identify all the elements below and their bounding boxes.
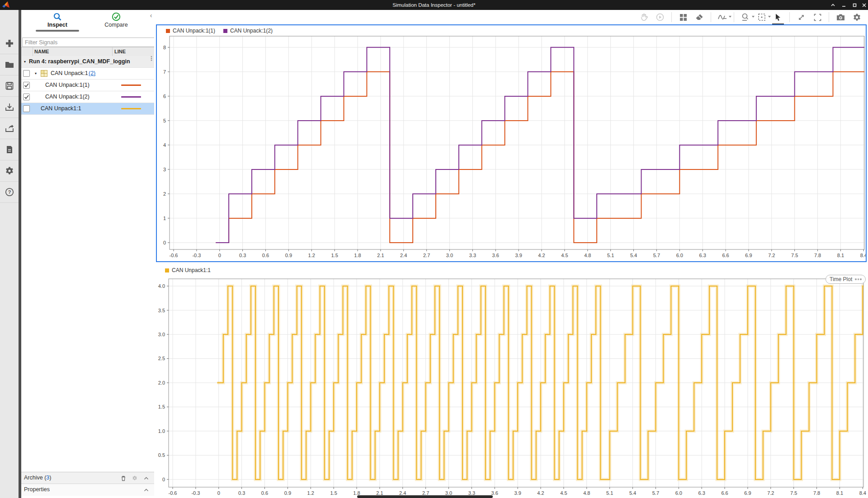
import-icon	[5, 103, 14, 111]
signal-name: CAN Unpack:1(1)	[45, 82, 90, 88]
svg-text:1.5: 1.5	[158, 404, 165, 409]
layout-tool-button[interactable]	[678, 12, 688, 22]
run-row[interactable]: ▾ Run 4: raspberrypi_CAN_MDF_loggin ⋮	[21, 56, 154, 68]
time-plot-bottom[interactable]: -0.6-0.300.30.60.91.21.51.82.12.42.73.03…	[156, 265, 867, 498]
legend-item[interactable]: CAN Unpack1:1	[165, 267, 211, 273]
visualization-settings-button[interactable]	[852, 12, 862, 22]
svg-text:0: 0	[217, 490, 220, 496]
svg-text:3.9: 3.9	[514, 490, 521, 496]
zoom-tool-button[interactable]	[741, 12, 750, 22]
tab-inspect[interactable]: Inspect	[30, 11, 85, 31]
legend-item[interactable]: CAN Unpack:1(1)	[166, 28, 215, 34]
fit-brackets-icon	[814, 14, 821, 21]
gear-icon	[132, 475, 137, 481]
tab-compare[interactable]: Compare	[89, 11, 143, 31]
svg-text:4.0: 4.0	[158, 283, 165, 289]
svg-text:3.9: 3.9	[515, 253, 522, 258]
legend-top: CAN Unpack:1(1) CAN Unpack:1(2)	[166, 28, 273, 34]
signal-checkbox[interactable]	[23, 94, 30, 100]
help-button[interactable]: ?	[0, 181, 19, 203]
chart-toolbar	[154, 10, 868, 24]
signal-row-bus[interactable]: ▾ CAN Unpack:1 (2)	[21, 68, 154, 80]
svg-text:4.8: 4.8	[584, 253, 591, 258]
archive-collapse-button[interactable]	[142, 475, 150, 481]
svg-text:1.8: 1.8	[354, 253, 361, 258]
properties-section-header[interactable]: Properties	[21, 484, 154, 496]
svg-text:5.1: 5.1	[606, 490, 613, 496]
zoom-icon	[741, 13, 750, 21]
grid-layout-icon	[679, 14, 687, 21]
run-menu-button[interactable]: ⋮	[148, 57, 155, 60]
import-button[interactable]	[0, 96, 19, 118]
bus-expander-icon[interactable]: ▾	[35, 71, 37, 75]
archive-section-header[interactable]: Archive (3)	[21, 472, 154, 484]
horizontal-scrollbar[interactable]	[357, 495, 493, 498]
archive-delete-button[interactable]	[120, 475, 127, 481]
bus-signal-icon	[41, 70, 47, 77]
svg-text:0: 0	[218, 253, 221, 258]
svg-text:7.2: 7.2	[767, 490, 774, 496]
tab-compare-label: Compare	[89, 22, 143, 28]
shade-window-button[interactable]	[827, 0, 838, 10]
svg-text:0: 0	[163, 240, 166, 245]
marquee-zoom-tool-button[interactable]	[757, 12, 767, 22]
bus-signal-name: CAN Unpack:1	[51, 70, 88, 76]
report-button[interactable]	[0, 139, 19, 160]
archive-settings-button[interactable]	[131, 475, 138, 481]
clear-plots-button[interactable]	[694, 12, 704, 22]
fit-to-view-button[interactable]	[812, 12, 822, 22]
svg-text:8.4: 8.4	[860, 253, 866, 258]
replay-tool-button[interactable]	[655, 12, 665, 22]
svg-text:4.5: 4.5	[560, 490, 567, 496]
check-icon	[24, 94, 29, 100]
svg-text:3.6: 3.6	[491, 490, 498, 496]
signal-trace-tool-button[interactable]	[717, 12, 727, 22]
svg-text:3.0: 3.0	[158, 332, 165, 337]
save-button[interactable]	[0, 75, 19, 97]
properties-label: Properties	[24, 486, 50, 493]
bus-checkbox[interactable]	[23, 70, 30, 77]
snapshot-button[interactable]	[835, 12, 845, 22]
plot-type-badge[interactable]: Time Plot	[826, 275, 866, 284]
svg-text:2.0: 2.0	[158, 380, 165, 385]
open-button[interactable]	[0, 54, 19, 75]
dropdown-caret-icon[interactable]	[752, 16, 755, 18]
svg-text:7.2: 7.2	[768, 253, 775, 258]
legend-item[interactable]: CAN Unpack:1(2)	[223, 28, 273, 34]
svg-text:6.3: 6.3	[698, 490, 705, 496]
plot-canvas-bottom[interactable]: -0.6-0.300.30.60.91.21.51.82.12.42.73.03…	[156, 265, 867, 498]
plot-canvas-top[interactable]: -0.6-0.300.30.60.91.21.51.82.12.42.73.03…	[157, 25, 866, 261]
archive-label: Archive (3)	[24, 475, 51, 481]
svg-text:6.6: 6.6	[722, 253, 729, 258]
cursor-tool-button[interactable]	[773, 12, 783, 22]
svg-text:8: 8	[163, 45, 166, 50]
svg-text:5.7: 5.7	[652, 490, 659, 496]
preferences-button[interactable]	[0, 160, 19, 182]
export-button[interactable]	[0, 117, 19, 139]
properties-collapse-button[interactable]	[142, 487, 150, 493]
pan-tool-button[interactable]	[639, 12, 649, 22]
run-expander-icon[interactable]: ▾	[24, 60, 26, 64]
signal-row[interactable]: CAN Unpack:1(2)	[21, 91, 154, 103]
add-button[interactable]	[0, 33, 19, 54]
signal-checkbox[interactable]	[23, 82, 30, 89]
dropdown-caret-icon[interactable]	[729, 16, 731, 18]
minimize-button[interactable]	[838, 0, 849, 10]
signal-row-selected[interactable]: CAN Unpack1:1	[21, 103, 154, 115]
collapse-panel-button[interactable]: ‹	[148, 12, 154, 19]
legend-label: CAN Unpack1:1	[172, 267, 211, 273]
svg-text:0.6: 0.6	[261, 490, 268, 496]
chart-area: -0.6-0.300.30.60.91.21.51.82.12.42.73.03…	[154, 10, 868, 498]
check-circle-icon	[112, 12, 121, 21]
badge-menu-icon[interactable]	[855, 278, 862, 280]
svg-text:0.5: 0.5	[158, 452, 165, 458]
close-button[interactable]	[859, 0, 868, 10]
time-plot-top[interactable]: -0.6-0.300.30.60.91.21.51.82.12.42.73.03…	[156, 24, 867, 262]
signal-row[interactable]: CAN Unpack:1(1)	[21, 80, 154, 91]
bus-count-link[interactable]: (2)	[89, 70, 95, 76]
toolbar-divider	[671, 12, 672, 22]
signal-checkbox[interactable]	[23, 105, 30, 112]
filter-signals-input[interactable]	[22, 38, 158, 47]
dropdown-caret-icon[interactable]	[768, 16, 771, 18]
expand-tool-button[interactable]	[796, 12, 806, 22]
